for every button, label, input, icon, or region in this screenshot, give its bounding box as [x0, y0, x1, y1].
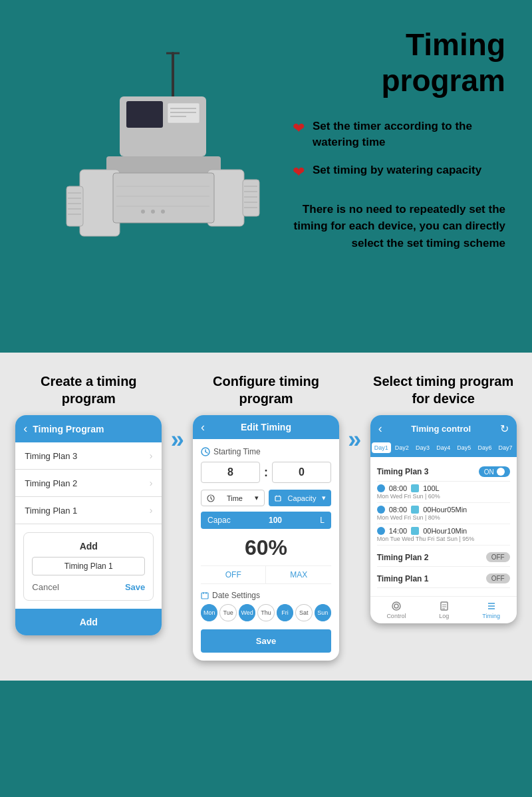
capacity-row: Capac 100 L	[201, 512, 331, 529]
time-hour[interactable]: 8	[201, 462, 260, 483]
add-dialog-input[interactable]: Timing Plan 1	[32, 557, 145, 575]
add-button[interactable]: Add	[15, 609, 162, 635]
date-settings-label: Date Settings	[201, 591, 331, 600]
svg-point-27	[141, 210, 145, 214]
day-tue[interactable]: Tue	[219, 604, 236, 621]
footer-label-log: Log	[439, 613, 449, 619]
phone1-list: Timing Plan 3 › Timing Plan 2 › Timing P…	[15, 442, 162, 524]
sched-detail-1: Mon Wed Fri Sun | 60%	[377, 493, 510, 503]
sched-time-1: 08:00	[389, 484, 408, 492]
time-colon: :	[264, 466, 268, 480]
step1-column: Create a timing program ‹ Timing Program…	[13, 373, 164, 635]
time-minute[interactable]: 0	[272, 462, 331, 483]
day-mon[interactable]: Mon	[201, 604, 217, 621]
clock-small-2	[377, 506, 385, 514]
capacity-select[interactable]: Capacity ▾	[269, 490, 331, 506]
max-button[interactable]: MAX	[266, 566, 331, 583]
amount-icon	[411, 484, 419, 492]
sched-detail-2: Mon Wed Fri Sun | 80%	[377, 514, 510, 524]
description-text: There is no need to repeatedly set the t…	[293, 201, 505, 252]
phone1-mockup: ‹ Timing Program Timing Plan 3 › Timing …	[15, 415, 162, 635]
off-max-row: OFF MAX	[201, 565, 331, 584]
bottom-section: Create a timing program ‹ Timing Program…	[0, 353, 532, 681]
day-sun[interactable]: Sun	[315, 604, 331, 621]
svg-rect-36	[275, 496, 281, 501]
list-item[interactable]: Timing Plan 3 ›	[15, 442, 162, 470]
clock-small-3	[377, 527, 385, 535]
day-tab-5[interactable]: Day5	[454, 442, 473, 453]
footer-tab-control[interactable]: Control	[386, 601, 406, 619]
control-icon	[391, 601, 402, 611]
plan-name-1: Timing Plan 1	[377, 574, 429, 583]
sched-amount-3: 00Hour10Min	[423, 527, 467, 535]
sched-detail-3: Mon Tue Wed Thu Fri Sat Sun | 95%	[377, 536, 510, 546]
day-tab-1[interactable]: Day1	[372, 442, 391, 453]
list-item-text: Timing Plan 2	[25, 478, 77, 488]
footer-tab-timing[interactable]: Timing	[482, 601, 500, 619]
double-arrow-icon-2: »	[348, 426, 361, 454]
day-tab-4[interactable]: Day4	[434, 442, 453, 453]
list-item[interactable]: Timing Plan 2 ›	[15, 470, 162, 497]
list-item-text: Timing Plan 1	[25, 506, 77, 516]
day-tab-2[interactable]: Day2	[392, 442, 412, 453]
add-dialog-title: Add	[32, 541, 145, 552]
save-button[interactable]: Save	[125, 582, 145, 592]
day-fri[interactable]: Fri	[277, 604, 293, 621]
chevron-icon: ›	[150, 505, 153, 516]
arrow-2: »	[348, 373, 361, 454]
svg-point-28	[151, 210, 155, 214]
add-dialog-buttons: Cancel Save	[32, 582, 145, 592]
list-item[interactable]: Timing Plan 1 ›	[15, 497, 162, 524]
chevron-icon: ›	[150, 478, 153, 488]
back-icon[interactable]: ‹	[23, 422, 27, 436]
phone2-header-title: Edit Timing	[241, 422, 291, 432]
phone3-mockup: ‹ Timing control ↻ Day1 Day2 Day3 Day4 D…	[370, 415, 517, 623]
main-title: Timing program	[293, 27, 505, 98]
phone2-header: ‹ Edit Timing	[193, 415, 339, 439]
cancel-button[interactable]: Cancel	[32, 582, 59, 592]
day-tab-3[interactable]: Day3	[413, 442, 432, 453]
phone3-header: ‹ Timing control ↻	[370, 415, 517, 442]
day-tab-6[interactable]: Day6	[475, 442, 494, 453]
refresh-icon[interactable]: ↻	[500, 422, 509, 435]
svg-line-32	[205, 452, 207, 453]
save-button-2[interactable]: Save	[201, 629, 331, 653]
control-row: Time ▾ Capacity ▾	[201, 490, 331, 506]
sched-time-2: 08:00	[389, 506, 408, 514]
feature-item-2: ❤ Set timing by watering capacity	[293, 162, 505, 181]
svg-rect-11	[113, 173, 214, 223]
phone3-body: Timing Plan 3 ON 08:00 100L Mon Wed Fri …	[370, 457, 517, 596]
plan-row-1: Timing Plan 1 OFF	[377, 569, 510, 588]
days-row: Mon Tue Wed Thu Fri Sat Sun	[201, 604, 331, 621]
footer-tab-log[interactable]: Log	[439, 601, 450, 619]
capacity-value: 100	[269, 516, 282, 525]
day-sat[interactable]: Sat	[295, 604, 312, 621]
toggle-off-1[interactable]: OFF	[486, 573, 510, 583]
device-image	[27, 47, 279, 273]
toggle-on-3[interactable]: ON	[479, 466, 510, 477]
chevron-icon: ›	[150, 450, 153, 461]
dropdown-arrow-2: ▾	[322, 494, 326, 502]
time-select[interactable]: Time ▾	[201, 490, 265, 506]
svg-point-29	[161, 210, 165, 214]
footer-label-timing: Timing	[482, 613, 500, 619]
arrow-1: »	[171, 373, 184, 454]
back-icon-2[interactable]: ‹	[201, 420, 205, 434]
phone1-header-title: Timing Program	[33, 424, 104, 434]
day-thu[interactable]: Thu	[257, 604, 274, 621]
day-tab-7[interactable]: Day7	[496, 442, 515, 453]
feature-text-2: Set timing by watering capacity	[313, 162, 481, 178]
clock-small	[377, 484, 385, 492]
feature-item-1: ❤ Set the timer according to the waterin…	[293, 118, 505, 150]
feature-text-1: Set the timer according to the watering …	[313, 118, 505, 150]
top-section: Timing program ❤ Set the timer according…	[0, 0, 532, 353]
back-icon-3[interactable]: ‹	[378, 422, 382, 436]
off-button[interactable]: OFF	[201, 566, 267, 583]
plan-row-2: Timing Plan 2 OFF	[377, 548, 510, 567]
heart-icon-2: ❤	[293, 164, 305, 181]
toggle-off-2[interactable]: OFF	[486, 552, 510, 562]
svg-line-35	[211, 498, 212, 500]
double-arrow-icon: »	[171, 426, 184, 454]
svg-point-40	[394, 604, 398, 608]
day-wed[interactable]: Wed	[239, 604, 255, 621]
